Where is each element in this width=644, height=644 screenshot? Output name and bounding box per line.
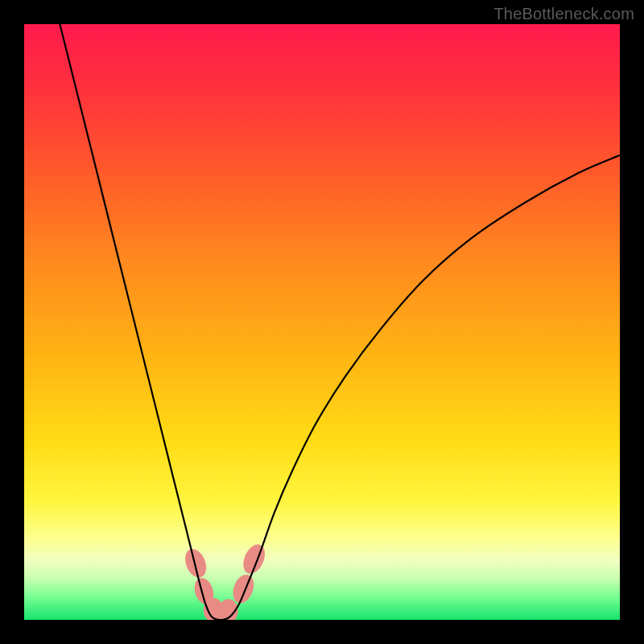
plot-area — [24, 24, 620, 620]
marker-blobs — [181, 541, 269, 620]
curve-layer — [24, 24, 620, 620]
watermark-text: TheBottleneck.com — [493, 5, 634, 23]
marker-blob — [181, 546, 210, 580]
outer-frame: TheBottleneck.com — [0, 0, 644, 644]
bottleneck-curve — [60, 24, 620, 620]
marker-blob — [239, 541, 269, 577]
